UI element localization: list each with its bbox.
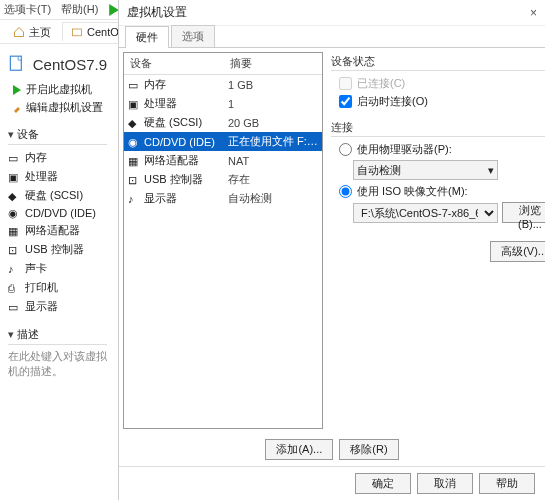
section-devices[interactable]: ▾ 设备 xyxy=(8,127,107,145)
sidebar-device-item[interactable]: ▦网络适配器 xyxy=(8,222,107,239)
vm-icon xyxy=(8,54,27,74)
device-icon: ◆ xyxy=(128,117,140,129)
device-icon: ▭ xyxy=(8,301,20,313)
sidebar-device-item[interactable]: ▣处理器 xyxy=(8,168,107,185)
iso-path-select[interactable]: F:\系统\CentOS-7-x86_64-DVI xyxy=(353,203,498,223)
ok-button[interactable]: 确定 xyxy=(355,473,411,494)
device-icon: ▭ xyxy=(128,79,140,91)
device-icon: ⊡ xyxy=(8,244,20,256)
hardware-row[interactable]: ▣处理器1 xyxy=(124,94,322,113)
remove-button[interactable]: 移除(R) xyxy=(339,439,398,460)
svg-rect-1 xyxy=(10,56,21,70)
device-icon: ▣ xyxy=(8,171,20,183)
device-icon: ▭ xyxy=(8,152,20,164)
sidebar-device-item[interactable]: ◆硬盘 (SCSI) xyxy=(8,187,107,204)
sidebar-device-item[interactable]: ◉CD/DVD (IDE) xyxy=(8,206,107,220)
checkbox-connected: 已连接(C) xyxy=(339,76,545,91)
link-start-vm[interactable]: 开启此虚拟机 xyxy=(12,82,107,97)
device-icon: ◉ xyxy=(8,207,20,219)
vm-settings-dialog: 虚拟机设置 × 硬件 选项 设备摘要 ▭内存1 GB▣处理器1◆硬盘 (SCSI… xyxy=(118,0,545,500)
device-icon: ⊡ xyxy=(128,174,140,186)
menu-options[interactable]: 选项卡(T) xyxy=(4,2,51,17)
checkbox-connect-at-power[interactable]: 启动时连接(O) xyxy=(339,94,545,109)
device-status-title: 设备状态 xyxy=(331,54,545,69)
device-icon: ⎙ xyxy=(8,282,20,294)
sidebar-device-item[interactable]: ▭显示器 xyxy=(8,298,107,315)
sidebar-device-item[interactable]: ▭内存 xyxy=(8,149,107,166)
section-description[interactable]: ▾ 描述 xyxy=(8,327,107,345)
dialog-tab-hardware[interactable]: 硬件 xyxy=(125,26,169,48)
radio-use-iso[interactable]: 使用 ISO 映像文件(M): xyxy=(339,184,545,199)
device-icon: ▦ xyxy=(8,225,20,237)
tab-home-label: 主页 xyxy=(29,25,51,40)
folder-icon xyxy=(71,26,83,38)
hardware-row[interactable]: ◆硬盘 (SCSI)20 GB xyxy=(124,113,322,132)
device-icon: ♪ xyxy=(128,193,140,205)
device-icon: ◉ xyxy=(128,136,140,148)
vm-title: CentOS7.9 xyxy=(8,54,107,74)
home-icon xyxy=(13,26,25,38)
tab-home[interactable]: 主页 xyxy=(4,21,60,43)
menu-help[interactable]: 帮助(H) xyxy=(61,2,98,17)
device-icon: ◆ xyxy=(8,190,20,202)
wrench-icon xyxy=(12,103,22,113)
hardware-row[interactable]: ◉CD/DVD (IDE)正在使用文件 F:\系统\CentO... xyxy=(124,132,322,151)
link-edit-settings[interactable]: 编辑虚拟机设置 xyxy=(12,100,107,115)
add-button[interactable]: 添加(A)... xyxy=(265,439,333,460)
help-button[interactable]: 帮助 xyxy=(479,473,535,494)
sidebar-device-item[interactable]: ♪声卡 xyxy=(8,260,107,277)
hardware-row[interactable]: ▦网络适配器NAT xyxy=(124,151,322,170)
device-icon: ♪ xyxy=(8,263,20,275)
svg-rect-0 xyxy=(73,29,82,36)
radio-use-physical[interactable]: 使用物理驱动器(P): xyxy=(339,142,545,157)
hardware-row[interactable]: ▭内存1 GB xyxy=(124,75,322,94)
device-icon: ▦ xyxy=(128,155,140,167)
hardware-list: 设备摘要 ▭内存1 GB▣处理器1◆硬盘 (SCSI)20 GB◉CD/DVD … xyxy=(123,52,323,429)
hardware-row[interactable]: ♪显示器自动检测 xyxy=(124,189,322,208)
hardware-list-header: 设备摘要 xyxy=(124,53,322,75)
physical-drive-select: 自动检测▾ xyxy=(353,160,498,180)
advanced-button[interactable]: 高级(V)... xyxy=(490,241,545,262)
play-icon xyxy=(12,85,22,95)
hardware-row[interactable]: ⊡USB 控制器存在 xyxy=(124,170,322,189)
device-icon: ▣ xyxy=(128,98,140,110)
browse-button[interactable]: 浏览(B)... xyxy=(502,202,545,223)
description-text: 在此处键入对该虚拟机的描述。 xyxy=(8,349,107,379)
sidebar-device-item[interactable]: ⊡USB 控制器 xyxy=(8,241,107,258)
connection-title: 连接 xyxy=(331,120,545,135)
sidebar-device-item[interactable]: ⎙打印机 xyxy=(8,279,107,296)
dialog-tab-options[interactable]: 选项 xyxy=(171,25,215,47)
dialog-title: 虚拟机设置 xyxy=(127,4,187,21)
dialog-close-icon[interactable]: × xyxy=(530,6,537,20)
cancel-button[interactable]: 取消 xyxy=(417,473,473,494)
